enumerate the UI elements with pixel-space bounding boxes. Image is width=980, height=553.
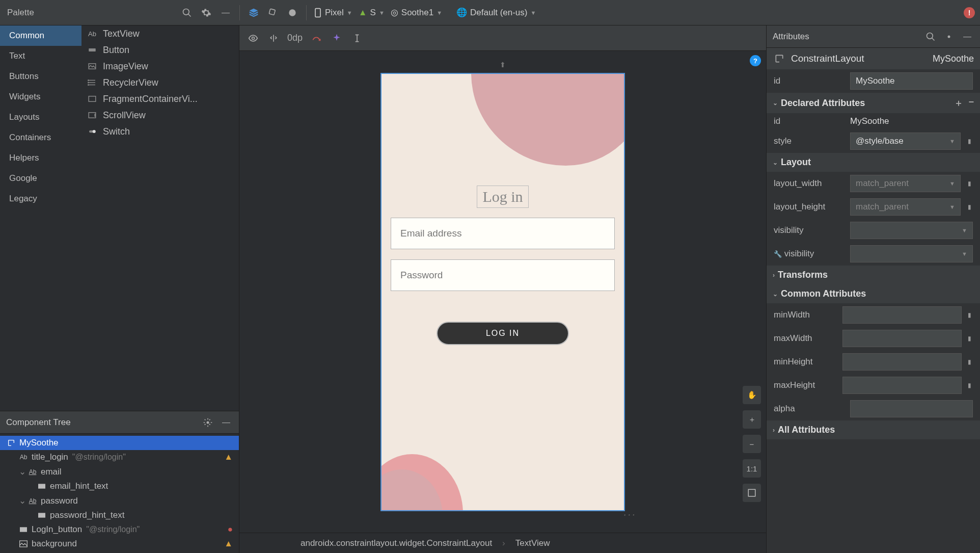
- chevron-down-icon[interactable]: ⌄: [18, 466, 26, 477]
- section-all[interactable]: ›All Attributes: [767, 420, 980, 439]
- svg-rect-19: [748, 489, 755, 496]
- svg-rect-16: [20, 527, 27, 532]
- minimize-icon[interactable]: —: [219, 6, 232, 19]
- palette-cat-layouts[interactable]: Layouts: [0, 107, 81, 127]
- autoconnect-icon[interactable]: [267, 32, 280, 45]
- svg-point-13: [207, 421, 209, 424]
- palette-categories: Common Text Buttons Widgets Layouts Cont…: [0, 25, 81, 411]
- svg-point-12: [93, 130, 96, 133]
- view-options-icon[interactable]: [247, 32, 260, 45]
- locale-selector[interactable]: 🌐Default (en-us)▼: [456, 7, 536, 18]
- palette-items: AbTextView Button ImageView RecyclerView…: [81, 25, 239, 411]
- palette-cat-google[interactable]: Google: [0, 168, 81, 189]
- tree-item-password-hint[interactable]: password_hint_text: [0, 508, 239, 522]
- zoom-reset-icon[interactable]: 1:1: [743, 459, 761, 478]
- chevron-down-icon[interactable]: ⌄: [18, 495, 26, 506]
- warning-icon: ▲: [224, 452, 233, 462]
- tree-item-title-login[interactable]: Abtitle_login "@string/login" ▲: [0, 450, 239, 464]
- search-icon[interactable]: [180, 6, 194, 19]
- preview-title[interactable]: Log in: [477, 186, 528, 207]
- palette-cat-containers[interactable]: Containers: [0, 127, 81, 148]
- attr-minheight-input[interactable]: [842, 353, 962, 371]
- palette-cat-legacy[interactable]: Legacy: [0, 189, 81, 209]
- tree-item-email-hint[interactable]: email_hint_text: [0, 479, 239, 493]
- default-margin[interactable]: 0dp: [287, 33, 303, 43]
- tree-item-background[interactable]: background ▲: [0, 537, 239, 551]
- preview-email-field[interactable]: Email address: [391, 218, 615, 249]
- remove-attr-icon[interactable]: −: [968, 97, 974, 109]
- add-attr-icon[interactable]: ＋: [954, 97, 963, 109]
- attr-id-input[interactable]: [850, 72, 973, 90]
- zoom-out-icon[interactable]: −: [743, 435, 761, 453]
- attr-alpha-input[interactable]: [850, 400, 973, 417]
- breadcrumb-item[interactable]: TextView: [515, 538, 550, 548]
- search-icon[interactable]: [924, 30, 937, 43]
- attr-minwidth-input[interactable]: [842, 306, 962, 324]
- api-selector[interactable]: ▲S▼: [359, 8, 385, 18]
- svg-rect-1: [269, 9, 275, 15]
- palette-item-recyclerview[interactable]: RecyclerView: [81, 74, 239, 91]
- theme-selector[interactable]: ◎Soothe1▼: [391, 7, 442, 18]
- attr-tools-visibility-select[interactable]: ▼: [850, 245, 973, 262]
- selected-class: ConstraintLayout: [791, 53, 864, 64]
- tree-root[interactable]: MySoothe: [0, 436, 239, 450]
- palette-cat-common[interactable]: Common: [0, 25, 81, 46]
- chevron-down-icon: ⌄: [773, 159, 778, 166]
- section-common[interactable]: ⌄Common Attributes: [767, 284, 980, 303]
- attr-width-select[interactable]: match_parent▼: [850, 175, 961, 192]
- palette-item-textview[interactable]: AbTextView: [81, 25, 239, 42]
- preview-login-button[interactable]: LOG IN: [437, 322, 569, 345]
- section-declared[interactable]: ⌄ Declared Attributes ＋−: [767, 93, 980, 113]
- infer-constraints-icon[interactable]: [330, 32, 343, 45]
- constraint-layout-icon: [773, 52, 786, 65]
- palette-item-imageview[interactable]: ImageView: [81, 58, 239, 74]
- palette-cat-widgets[interactable]: Widgets: [0, 87, 81, 107]
- palette-item-switch[interactable]: Switch: [81, 123, 239, 140]
- gear-icon[interactable]: [200, 6, 213, 19]
- palette-item-button[interactable]: Button: [81, 42, 239, 58]
- tree-item-password[interactable]: ⌄ Abpassword: [0, 493, 239, 508]
- palette-cat-text[interactable]: Text: [0, 46, 81, 66]
- attr-style-select[interactable]: @style/base▼: [850, 133, 961, 150]
- zoom-fit-icon[interactable]: [743, 484, 761, 502]
- preview-password-field[interactable]: Password: [391, 259, 615, 291]
- breadcrumb-item[interactable]: androidx.constraintlayout.widget.Constra…: [301, 538, 492, 548]
- palette-item-scrollview[interactable]: ScrollView: [81, 107, 239, 123]
- svg-point-21: [948, 35, 950, 38]
- canvas-toolbar: 0dp: [239, 25, 766, 51]
- minimize-icon[interactable]: —: [961, 30, 974, 43]
- palette-item-fragmentcontainer[interactable]: FragmentContainerVi...: [81, 91, 239, 107]
- gear-icon[interactable]: [942, 30, 956, 43]
- component-tree-title: Component Tree: [6, 417, 71, 428]
- tree-item-login-button[interactable]: LogIn_button "@string/login" ●: [0, 522, 239, 537]
- svg-point-8: [88, 85, 89, 86]
- section-layout[interactable]: ⌄Layout: [767, 153, 980, 172]
- attr-visibility-select[interactable]: ▼: [850, 222, 973, 239]
- pan-tool-icon[interactable]: ✋: [743, 386, 761, 404]
- minimize-icon[interactable]: —: [220, 416, 233, 429]
- attr-value[interactable]: MySoothe: [850, 116, 973, 126]
- section-transforms[interactable]: ›Transforms: [767, 266, 980, 284]
- preview-background-bottom: [380, 434, 494, 511]
- night-mode-icon[interactable]: [286, 6, 299, 19]
- attr-maxwidth-input[interactable]: [842, 330, 962, 347]
- layers-icon[interactable]: [247, 6, 260, 19]
- palette-cat-buttons[interactable]: Buttons: [0, 66, 81, 87]
- design-preview[interactable]: Log in Email address Password LOG IN: [380, 73, 625, 511]
- svg-rect-14: [38, 484, 45, 488]
- svg-point-6: [88, 80, 89, 81]
- attr-maxheight-input[interactable]: [842, 377, 962, 394]
- guidelines-icon[interactable]: [350, 32, 364, 45]
- orientation-icon[interactable]: [266, 6, 280, 19]
- selected-name: MySoothe: [933, 54, 974, 64]
- svg-point-0: [183, 9, 189, 15]
- zoom-in-icon[interactable]: ＋: [743, 410, 761, 429]
- gear-icon[interactable]: [201, 416, 214, 429]
- tree-item-email[interactable]: ⌄ Abemail: [0, 464, 239, 479]
- error-badge[interactable]: !: [964, 7, 975, 18]
- device-selector[interactable]: Pixel▼: [314, 8, 352, 18]
- svg-point-7: [88, 82, 89, 83]
- attr-height-select[interactable]: match_parent▼: [850, 198, 961, 216]
- clear-constraints-icon[interactable]: [310, 32, 323, 45]
- palette-cat-helpers[interactable]: Helpers: [0, 148, 81, 168]
